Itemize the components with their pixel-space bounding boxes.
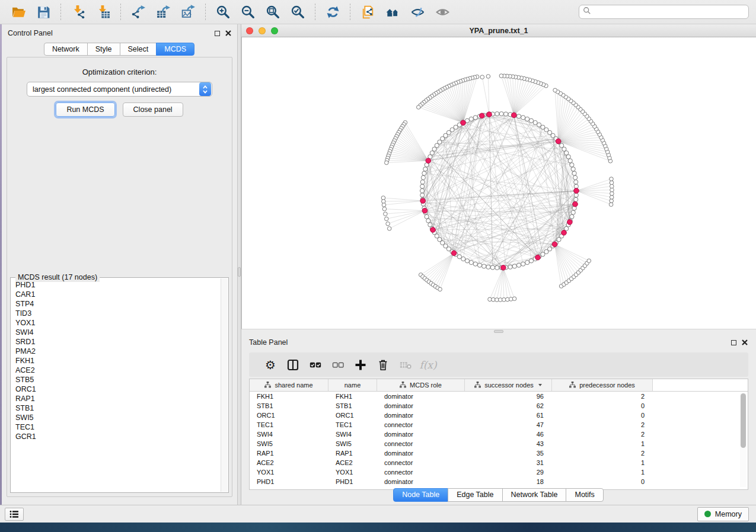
table-panel: Table Panel ⚙f(x) shared namenameMCDS ro…	[241, 334, 756, 505]
tab-select[interactable]: Select	[120, 43, 157, 56]
tree-icon	[474, 382, 481, 389]
search-icon	[583, 7, 591, 17]
select-all-icon[interactable]	[304, 356, 327, 374]
clone-network-icon[interactable]	[358, 3, 377, 21]
zoom-selected-icon[interactable]	[288, 3, 307, 21]
horizontal-splitter[interactable]	[241, 329, 756, 334]
close-panel-icon[interactable]	[225, 30, 231, 36]
cell-MCDS-role: connector	[377, 467, 465, 477]
deselect-all-icon[interactable]	[327, 356, 349, 374]
tab-style[interactable]: Style	[87, 43, 120, 56]
mcds-result-item[interactable]: STB5	[15, 375, 219, 384]
control-panel-title: Control Panel	[8, 29, 53, 37]
save-session-icon[interactable]	[34, 3, 53, 21]
hide-selected-icon[interactable]	[408, 3, 427, 21]
mcds-result-item[interactable]: ORC1	[15, 384, 219, 394]
mcds-result-item[interactable]: SWI4	[15, 328, 219, 337]
tab-network[interactable]: Network	[44, 43, 88, 56]
tab-edge-table[interactable]: Edge Table	[448, 488, 502, 502]
maximize-window-button[interactable]	[271, 27, 278, 34]
float-panel-icon[interactable]	[215, 31, 220, 36]
tab-mcds[interactable]: MCDS	[156, 43, 194, 56]
table-mode-icon[interactable]: ⚙	[259, 356, 282, 374]
zoom-in-icon[interactable]	[213, 3, 232, 21]
delete-column-icon[interactable]	[372, 356, 394, 374]
column-header-shared-name[interactable]: shared name	[250, 379, 328, 391]
table-row[interactable]: ORC1ORC1dominator610	[250, 411, 740, 420]
table-row[interactable]: ACE2ACE2connector311	[250, 458, 740, 467]
mcds-result-item[interactable]: TID3	[15, 309, 219, 318]
application-window: Control Panel NetworkStyleSelectMCDS Opt…	[0, 0, 756, 527]
memory-status-dot	[704, 511, 711, 517]
tab-motifs[interactable]: Motifs	[566, 488, 603, 502]
table-scrollbar[interactable]	[740, 393, 747, 487]
zoom-out-icon[interactable]	[238, 3, 257, 21]
column-header-MCDS-role[interactable]: MCDS role	[377, 379, 465, 391]
import-table-icon[interactable]	[94, 3, 113, 21]
vertical-splitter[interactable]	[237, 24, 241, 505]
show-all-icon[interactable]	[433, 3, 452, 21]
close-window-button[interactable]	[246, 27, 253, 34]
zoom-fit-icon[interactable]	[263, 3, 282, 21]
run-mcds-button[interactable]: Run MCDS	[56, 102, 114, 117]
mcds-result-item[interactable]: PMA2	[15, 347, 219, 356]
table-row[interactable]: PHD1PHD1dominator180	[250, 477, 740, 486]
network-canvas[interactable]	[241, 37, 756, 329]
export-table-icon[interactable]	[154, 3, 173, 21]
mcds-result-item[interactable]: CAR1	[15, 290, 219, 299]
column-header-name[interactable]: name	[328, 379, 377, 391]
scrollbar-thumb[interactable]	[741, 393, 746, 448]
network-graph[interactable]	[242, 37, 756, 329]
close-panel-icon[interactable]	[742, 339, 748, 345]
mcds-result-item[interactable]: ACE2	[15, 366, 219, 375]
splitter-grip[interactable]	[238, 267, 241, 277]
column-header-predecessor-nodes[interactable]: predecessor nodes	[552, 379, 653, 391]
refresh-layout-icon[interactable]	[323, 3, 342, 21]
mcds-result-item[interactable]: FKH1	[15, 356, 219, 366]
search-box[interactable]	[579, 5, 749, 19]
optimization-select-value: largest connected component (undirected)	[27, 85, 199, 94]
mcds-result-item[interactable]: GCR1	[15, 432, 219, 441]
column-header-successor-nodes[interactable]: successor nodes	[465, 379, 552, 391]
splitter-grip[interactable]	[494, 330, 503, 333]
minimize-window-button[interactable]	[259, 27, 266, 34]
table-row[interactable]: FKH1FKH1dominator962	[250, 392, 740, 401]
tab-node-table[interactable]: Node Table	[393, 488, 448, 502]
close-panel-button[interactable]: Close panel	[123, 102, 183, 117]
float-panel-icon[interactable]	[731, 340, 736, 345]
cell-shared-name: TEC1	[250, 420, 328, 430]
toolbar-separator	[120, 4, 121, 20]
result-scrollbar[interactable]	[221, 278, 228, 492]
table-row[interactable]: SWI5SWI5connector431	[250, 439, 740, 448]
status-list-button[interactable]	[5, 508, 24, 521]
mcds-result-item[interactable]: STP4	[15, 299, 219, 309]
search-input[interactable]	[591, 7, 748, 17]
mcds-result-item[interactable]: STB1	[15, 403, 219, 413]
mcds-result-item[interactable]: RAP1	[15, 394, 219, 403]
table-row[interactable]: RAP1RAP1dominator352	[250, 448, 740, 458]
toolbar-separator	[60, 4, 61, 20]
export-image-icon[interactable]	[178, 3, 197, 21]
mcds-result-item[interactable]: SRD1	[15, 337, 219, 347]
neighborhood-icon[interactable]	[383, 3, 402, 21]
mcds-result-item[interactable]: SWI5	[15, 413, 219, 422]
new-column-icon[interactable]	[349, 356, 372, 374]
node-table-header: shared namenameMCDS rolesuccessor nodesp…	[250, 379, 748, 392]
open-file-icon[interactable]	[9, 3, 28, 21]
table-row[interactable]: SWI4SWI4dominator462	[250, 430, 740, 439]
mcds-result-item[interactable]: YOX1	[15, 318, 219, 328]
table-row[interactable]: YOX1YOX1connector291	[250, 467, 740, 477]
optimization-select[interactable]: largest connected component (undirected)	[27, 82, 212, 97]
export-network-icon[interactable]	[129, 3, 148, 21]
table-panel-title: Table Panel	[249, 338, 288, 347]
show-columns-icon[interactable]	[282, 356, 304, 374]
tab-network-table[interactable]: Network Table	[502, 488, 567, 502]
table-row[interactable]: STB1STB1dominator620	[250, 401, 740, 411]
import-network-icon[interactable]	[69, 3, 88, 21]
mcds-result-item[interactable]: TEC1	[15, 422, 219, 432]
table-row[interactable]: TEC1TEC1connector472	[250, 420, 740, 430]
sort-caret-icon	[538, 384, 542, 386]
cell-shared-name: ORC1	[250, 411, 328, 420]
cell-name: PHD1	[328, 477, 377, 486]
memory-button[interactable]: Memory	[697, 507, 749, 521]
